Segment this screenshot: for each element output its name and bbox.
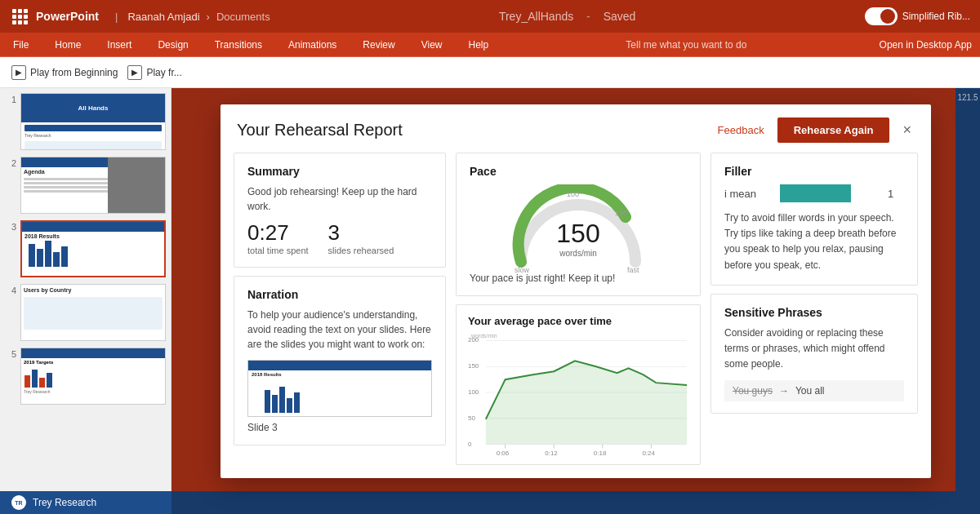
top-bar: PowerPoint | Raanah Amjadi › Documents T…	[0, 0, 980, 33]
summary-title: Summary	[247, 165, 432, 178]
slide-thumb-4[interactable]: Users by Country	[20, 284, 166, 341]
app-grid-icon[interactable]	[10, 7, 29, 26]
slide-item-3[interactable]: 3 2018 Results	[5, 220, 166, 277]
tab-review[interactable]: Review	[358, 36, 399, 54]
summary-text: Good job rehearsing! Keep up the hard wo…	[247, 184, 432, 214]
filler-title: Filler	[724, 165, 904, 178]
slide-panel: 1 All Hands Trey Research 2 Agenda	[0, 88, 172, 514]
filler-description: Try to avoid filler words in your speech…	[724, 210, 904, 273]
svg-text:words/min: words/min	[470, 333, 497, 339]
slide-num-2: 2	[5, 157, 16, 168]
sensitive-title: Sensitive Phrases	[724, 306, 904, 319]
slide-item-4[interactable]: 4 Users by Country	[5, 284, 166, 341]
modal-close-button[interactable]: ×	[899, 122, 915, 139]
slides-stat: 3 slides rehearsed	[328, 220, 394, 255]
svg-marker-15	[486, 361, 687, 444]
svg-text:0:06: 0:06	[497, 450, 510, 457]
slide-thumb-3[interactable]: 2018 Results	[20, 220, 166, 277]
slide-item-5[interactable]: 5 2019 Targets Trey Research	[5, 348, 166, 405]
modal-header: Your Rehearsal Report Feedback Rehearse …	[220, 104, 931, 153]
filler-word: i mean	[724, 188, 773, 200]
trey-logo: TR	[11, 495, 26, 510]
summary-stats: 0:27 total time spent 3 slides rehearsed	[247, 220, 432, 255]
ribbon: File Home Insert Design Transitions Anim…	[0, 33, 980, 57]
svg-text:fast: fast	[627, 266, 639, 274]
play-beginning-icon: ▶	[11, 65, 26, 80]
svg-text:100: 100	[468, 388, 479, 396]
open-desktop-app[interactable]: Open in Desktop App	[880, 39, 972, 51]
filler-bar-container	[780, 184, 881, 202]
modal-right-column: Filler i mean 1 Try to avoid filler word…	[710, 153, 918, 465]
svg-text:150: 150	[468, 362, 479, 370]
tab-help[interactable]: Help	[464, 36, 494, 54]
content-area: 121.5 Your Rehearsal Report Feedback Reh…	[172, 88, 980, 514]
sensitive-original: You guys	[733, 385, 773, 397]
slide-thumb-2[interactable]: Agenda	[20, 157, 166, 214]
chart-area: 200 150 100 50 0 words/min	[468, 332, 688, 454]
sensitive-replacement: You all	[795, 385, 825, 397]
pace-gauge-area: slow fast 100 150 150 words/min	[470, 184, 687, 266]
slide-thumb-1[interactable]: All Hands Trey Research	[20, 93, 166, 150]
gauge-container: slow fast 100 150 150 words/min	[505, 184, 652, 266]
playback-bar: ▶ Play from Beginning ▶ Play fr...	[0, 57, 980, 88]
tab-file[interactable]: File	[8, 36, 33, 54]
svg-text:150: 150	[615, 209, 627, 217]
feedback-link[interactable]: Feedback	[718, 124, 764, 136]
filler-count: 1	[888, 188, 904, 200]
tab-home[interactable]: Home	[50, 36, 86, 54]
tab-insert[interactable]: Insert	[102, 36, 136, 54]
trey-logo-text: TR	[15, 500, 22, 506]
simplified-ribbon-label: Simplified Rib...	[902, 11, 970, 22]
pace-feedback: Your pace is just right! Keep it up!	[470, 273, 687, 284]
play-from-current-button[interactable]: ▶ Play fr...	[127, 65, 181, 80]
play-from-beginning-button[interactable]: ▶ Play from Beginning	[11, 65, 118, 80]
filler-card: Filler i mean 1 Try to avoid filler word…	[710, 153, 918, 286]
rehearsal-report-modal: Your Rehearsal Report Feedback Rehearse …	[220, 104, 931, 478]
ribbon-search[interactable]: Tell me what you want to do	[510, 39, 862, 51]
chart-svg: 200 150 100 50 0 words/min	[468, 332, 688, 463]
time-stat: 0:27 total time spent	[247, 220, 309, 255]
user-name[interactable]: Raanah Amjadi	[127, 11, 199, 23]
slide-thumb-5[interactable]: 2019 Targets Trey Research	[20, 348, 166, 405]
pace-card: Pace slow	[456, 153, 701, 296]
narration-card: Narration To help your audience's unders…	[234, 276, 446, 445]
svg-text:50: 50	[468, 414, 475, 422]
tab-transitions[interactable]: Transitions	[210, 36, 267, 54]
slide-num-1: 1	[5, 93, 16, 104]
chart-title: Your average pace over time	[468, 315, 688, 327]
gauge-value: 150 words/min	[556, 219, 599, 258]
slides-label: slides rehearsed	[328, 246, 394, 255]
svg-text:0:24: 0:24	[642, 450, 655, 457]
summary-card: Summary Good job rehearsing! Keep up the…	[234, 153, 446, 268]
modal-title: Your Rehearsal Report	[237, 121, 718, 140]
slide-num-5: 5	[5, 348, 16, 359]
simplified-ribbon-toggle[interactable]	[865, 7, 898, 25]
modal-overlay: Your Rehearsal Report Feedback Rehearse …	[172, 88, 980, 514]
slide-item-2[interactable]: 2 Agenda	[5, 157, 166, 214]
sensitive-description: Consider avoiding or replacing these ter…	[724, 326, 904, 373]
modal-body: Summary Good job rehearsing! Keep up the…	[220, 153, 931, 478]
tab-view[interactable]: View	[416, 36, 448, 54]
sensitive-card: Sensitive Phrases Consider avoiding or r…	[710, 294, 918, 414]
slides-value: 3	[328, 220, 394, 246]
svg-text:0: 0	[468, 441, 472, 448]
breadcrumb-folder[interactable]: Documents	[216, 11, 270, 23]
play-current-icon: ▶	[127, 65, 142, 80]
file-title: Trey_AllHands - Saved	[277, 10, 858, 23]
svg-text:100: 100	[567, 190, 579, 198]
slide-num-4: 4	[5, 284, 16, 295]
modal-middle-column: Pace slow	[456, 153, 701, 465]
simplified-ribbon-toggle-area: Simplified Rib...	[865, 7, 970, 25]
play-beginning-label: Play from Beginning	[30, 67, 118, 78]
tab-animations[interactable]: Animations	[283, 36, 341, 54]
pace-title: Pace	[470, 165, 687, 178]
rehearse-again-button[interactable]: Rehearse Again	[777, 117, 890, 143]
slide-num-3: 3	[5, 220, 16, 232]
tab-design[interactable]: Design	[153, 36, 193, 54]
slide-item-1[interactable]: 1 All Hands Trey Research	[5, 93, 166, 150]
svg-text:0:18: 0:18	[594, 450, 607, 457]
narration-text: To help your audience's understanding, a…	[247, 308, 432, 352]
pace-number: 150	[556, 219, 599, 249]
time-value: 0:27	[247, 220, 309, 246]
chart-card: Your average pace over time 200 150 100 …	[456, 304, 701, 465]
